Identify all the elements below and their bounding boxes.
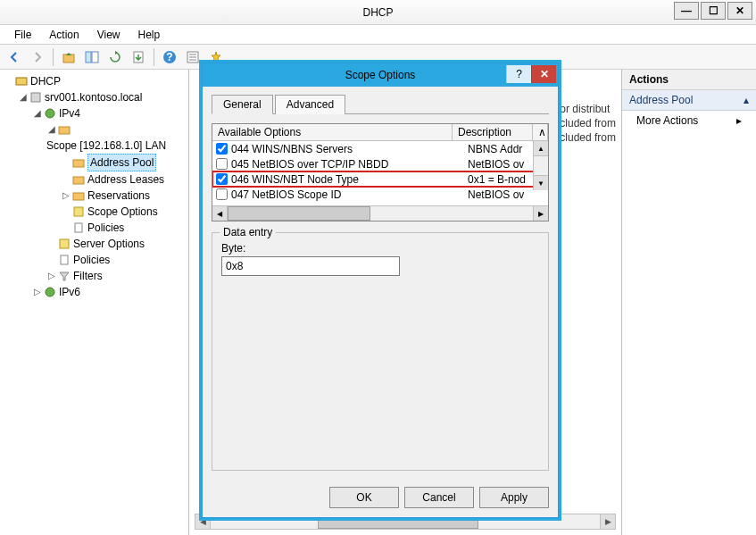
scroll-thumb[interactable] — [228, 206, 370, 221]
folder-icon — [71, 155, 86, 170]
refresh-button[interactable] — [104, 47, 126, 67]
tree-filters[interactable]: ▷Filters — [46, 268, 187, 284]
tree-ipv4[interactable]: ◢ IPv4 ◢ Scope [192.168.1.0] LAN — [32, 105, 187, 284]
maximize-button[interactable]: ☐ — [701, 2, 726, 20]
tree-server[interactable]: ◢ srv001.kontoso.local ◢ IPv4 — [18, 89, 187, 300]
dialog-help-button[interactable]: ? — [506, 65, 531, 83]
tree-reservations[interactable]: ▷Reservations — [61, 188, 187, 204]
column-description[interactable]: Description — [453, 124, 533, 140]
options-icon — [57, 237, 71, 251]
help-button[interactable]: ? — [159, 47, 180, 67]
available-options-list: Available Options Description ∧ 044 WINS… — [212, 123, 549, 222]
svg-rect-18 — [75, 223, 82, 232]
back-button[interactable] — [4, 47, 25, 67]
policies-icon — [71, 221, 86, 235]
tree-address-pool[interactable]: Address Pool — [61, 154, 187, 171]
scroll-right-icon[interactable]: ▶ — [533, 206, 548, 221]
actions-pane: Actions Address Pool ▴ More Actions ▸ — [622, 70, 756, 535]
chevron-right-icon: ▸ — [736, 114, 742, 127]
tree-root[interactable]: DHCP ◢ srv001.kontoso.local ◢ IPv4 — [4, 73, 187, 300]
content-fragment: or distribut cluded from cluded from — [560, 102, 616, 145]
tree-scope-options[interactable]: Scope Options — [61, 204, 187, 220]
options-icon — [71, 205, 86, 219]
option-checkbox[interactable] — [216, 188, 228, 200]
actions-more[interactable]: More Actions ▸ — [622, 111, 756, 130]
dhcp-icon — [14, 74, 29, 88]
dialog-tabs: General Advanced — [212, 94, 549, 114]
ipv6-icon — [43, 285, 57, 299]
scroll-down-icon[interactable]: ▼ — [534, 175, 548, 190]
svg-rect-15 — [73, 177, 84, 184]
apply-button[interactable]: Apply — [479, 487, 549, 508]
svg-point-21 — [46, 288, 54, 297]
show-hide-tree-button[interactable] — [81, 47, 103, 67]
menu-bar: File Action View Help — [0, 25, 756, 45]
folder-icon — [71, 188, 86, 203]
option-label: 047 NetBIOS Scope ID — [231, 188, 468, 201]
dialog-title: Scope Options — [345, 69, 416, 81]
option-row[interactable]: 046 WINS/NBT Node Type0x1 = B-nod — [212, 171, 548, 187]
tab-advanced[interactable]: Advanced — [275, 95, 345, 114]
dialog-titlebar[interactable]: Scope Options ? ✕ — [203, 63, 558, 87]
export-button[interactable] — [128, 47, 149, 67]
properties-button[interactable] — [182, 47, 204, 67]
up-button[interactable] — [58, 47, 79, 67]
svg-rect-11 — [31, 93, 40, 102]
column-available-options[interactable]: Available Options — [212, 124, 453, 140]
dialog-close-button[interactable]: ✕ — [531, 65, 556, 83]
svg-rect-14 — [73, 160, 84, 167]
svg-rect-19 — [60, 239, 69, 248]
tree-policies[interactable]: Policies — [46, 252, 187, 268]
tree-scope-policies[interactable]: Policies — [61, 220, 187, 236]
menu-help[interactable]: Help — [131, 27, 168, 43]
close-button[interactable]: ✕ — [727, 2, 752, 20]
svg-rect-13 — [59, 127, 70, 134]
minimize-button[interactable]: — — [674, 2, 699, 20]
tree-server-options[interactable]: Server Options — [46, 236, 187, 252]
svg-rect-16 — [73, 193, 84, 200]
menu-action[interactable]: Action — [42, 27, 86, 43]
tree-address-leases[interactable]: Address Leases — [61, 171, 187, 188]
tree-pane: DHCP ◢ srv001.kontoso.local ◢ IPv4 — [0, 70, 189, 535]
policies-icon — [57, 253, 71, 267]
option-checkbox[interactable] — [216, 143, 228, 155]
menu-view[interactable]: View — [90, 27, 128, 43]
collapse-icon[interactable]: ▴ — [744, 94, 749, 106]
folder-icon — [71, 172, 86, 187]
byte-label: Byte: — [221, 242, 539, 255]
scroll-right-icon[interactable]: ▶ — [600, 514, 615, 529]
byte-input[interactable] — [221, 256, 400, 276]
ipv4-icon — [43, 106, 57, 121]
scope-options-dialog: Scope Options ? ✕ General Advanced Avail… — [202, 63, 559, 518]
list-hscrollbar[interactable]: ◀ ▶ — [212, 205, 548, 221]
window-titlebar: DHCP — ☐ ✕ — [0, 0, 756, 25]
option-checkbox[interactable] — [216, 158, 228, 170]
scroll-left-icon[interactable]: ◀ — [212, 206, 228, 221]
column-scroll-spacer: ∧ — [533, 124, 548, 140]
option-row[interactable]: 047 NetBIOS Scope IDNetBIOS ov — [212, 187, 548, 202]
ok-button[interactable]: OK — [329, 487, 399, 508]
option-checkbox[interactable] — [216, 173, 228, 185]
server-icon — [29, 90, 43, 104]
option-row[interactable]: 044 WINS/NBNS ServersNBNS Addr — [212, 141, 548, 156]
scroll-up-icon[interactable]: ▲ — [534, 141, 548, 156]
folder-icon — [57, 122, 71, 137]
svg-rect-1 — [86, 52, 91, 63]
svg-rect-10 — [16, 78, 27, 85]
list-vscrollbar[interactable]: ▲ ▼ — [533, 141, 548, 190]
svg-rect-2 — [92, 52, 98, 63]
filter-icon — [57, 269, 71, 283]
forward-button[interactable] — [27, 47, 48, 67]
svg-rect-0 — [63, 54, 74, 63]
svg-rect-20 — [61, 255, 68, 264]
tab-general[interactable]: General — [212, 95, 273, 114]
cancel-button[interactable]: Cancel — [404, 487, 474, 508]
tree-ipv6[interactable]: ▷IPv6 — [32, 284, 187, 300]
actions-group[interactable]: Address Pool ▴ — [622, 90, 756, 111]
svg-text:?: ? — [166, 51, 172, 63]
data-entry-group: Data entry Byte: — [212, 232, 549, 471]
tree-scope[interactable]: ◢ Scope [192.168.1.0] LAN Address Pool A… — [46, 121, 187, 236]
menu-file[interactable]: File — [7, 27, 38, 43]
group-legend: Data entry — [220, 226, 276, 238]
option-row[interactable]: 045 NetBIOS over TCP/IP NBDDNetBIOS ov — [212, 156, 548, 171]
